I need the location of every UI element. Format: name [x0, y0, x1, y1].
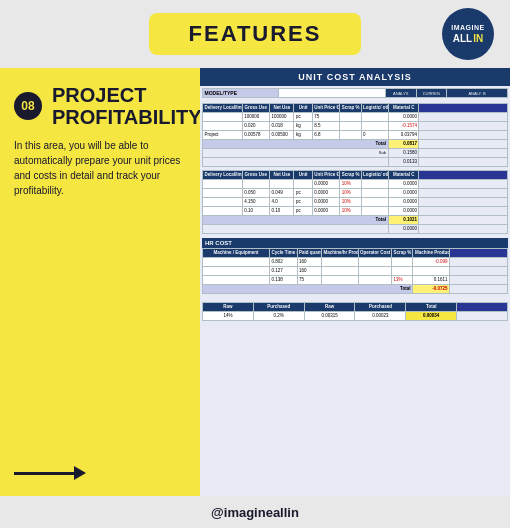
s2-h8: [419, 170, 508, 179]
step-description: In this area, you will be able to automa…: [14, 138, 186, 198]
model-type-table: MODEL/TYPE ANALYS CURREN ANALY. B: [202, 88, 508, 102]
ft-h4: Total: [406, 302, 457, 311]
model-type-input[interactable]: [279, 89, 386, 98]
s2-h2: Net Use: [270, 170, 294, 179]
mc-h1: Cycle Time (m): [270, 248, 297, 257]
spacer2: [202, 234, 508, 236]
logo-all: ALL: [453, 33, 472, 44]
logo: IMAGINE ALL IN: [442, 8, 494, 60]
mc-h6: Machine Producti Cost: [413, 248, 450, 257]
step-number: 08: [14, 92, 42, 120]
table-row: 0.020 0.018 kg 8.5 -0.1574: [203, 121, 508, 130]
s2-h0: Delivery Local/Import: [203, 170, 243, 179]
footer-row: 14% 0.2% 0.00315 0.00023 0.00034: [203, 311, 508, 320]
step-title-line1: PROJECT: [52, 84, 202, 106]
arrow-icon: [14, 466, 86, 480]
s1-h5: Scrap %: [340, 103, 361, 112]
analy-b-label: ANALY. B: [447, 89, 508, 98]
logo-in: IN: [473, 33, 483, 44]
s1-h7: Material C: [388, 103, 419, 112]
s1-h4: Unit Price €: [312, 103, 339, 112]
table-row: 0.0000 10% 0.0000: [203, 179, 508, 188]
mc-h2: Paid quantity: [297, 248, 321, 257]
arrow-head: [74, 466, 86, 480]
footer-handle: @imagineallin: [211, 505, 299, 520]
logo-imagine: IMAGINE: [451, 24, 484, 32]
table-row: 0.127 160: [203, 266, 508, 275]
step-badge: 08 PROJECT PROFITABILITY: [14, 84, 186, 128]
table-row: Project 0.00578 0.00500 kg 6.8 0 0.03794: [203, 130, 508, 139]
summary-row: Total 0.0817: [203, 139, 508, 148]
features-pill: FEATURES: [149, 13, 362, 55]
arrow-line: [14, 472, 74, 475]
s1-h2: Net Use: [270, 103, 294, 112]
s2-h5: Scrap %: [340, 170, 361, 179]
table-row: 0.10 0.10 pc 0.0000 10% 0.0000: [203, 206, 508, 215]
right-panel: UNIT COST ANALYSIS MODEL/TYPE ANALYS CUR…: [200, 68, 510, 496]
s1-h8: [419, 103, 508, 112]
analyst-label: ANALYS: [386, 89, 417, 98]
machine-cost-table: Machine / Equipment Cycle Time (m) Paid …: [202, 248, 508, 294]
hr-cost-header: HR COST: [202, 238, 508, 248]
mc-h0: Machine / Equipment: [203, 248, 270, 257]
ft-h0: Raw: [203, 302, 254, 311]
table-row: 4.150 4.0 pc 0.0000 10% 0.0000: [203, 197, 508, 206]
spreadsheet: UNIT COST ANALYSIS MODEL/TYPE ANALYS CUR…: [200, 68, 510, 496]
step-title-line2: PROFITABILITY: [52, 106, 202, 128]
table-row: 0.050 0.049 pc 0.0000 10% 0.0000: [203, 188, 508, 197]
summary-row: 0.0133: [203, 157, 508, 166]
left-panel: 08 PROJECT PROFITABILITY In this area, y…: [0, 68, 200, 496]
ft-h3: Purchased: [355, 302, 406, 311]
arrow-container: [14, 406, 186, 480]
table-row: 100000 100000 pc 75 0.0000: [203, 112, 508, 121]
s1-h3: Unit: [294, 103, 312, 112]
mc-h3: Machine/hr Production cost €/h: [321, 248, 358, 257]
footer-table: Raw Purchased Raw Purchased Total 14% 0.…: [202, 302, 508, 321]
ft-h5: [457, 302, 508, 311]
ft-h1: Purchased: [253, 302, 304, 311]
s1-h1: Gross Use: [242, 103, 269, 112]
mc-h5: Scrap %: [392, 248, 413, 257]
section2-table: Delivery Local/Import Gross Use Net Use …: [202, 170, 508, 234]
summary-row: 0.0000: [203, 224, 508, 233]
section1-table: Delivery Local/Import Gross Use Net Use …: [202, 103, 508, 167]
main-content: 08 PROJECT PROFITABILITY In this area, y…: [0, 68, 510, 496]
mc-h7: [450, 248, 508, 257]
mc-h4: Operator Cost €/hr: [358, 248, 392, 257]
model-type-label: MODEL/TYPE: [203, 89, 279, 98]
spacer3: [202, 294, 508, 302]
s1-h6: Logistic/ other %: [361, 103, 388, 112]
s2-h1: Gross Use: [242, 170, 269, 179]
footer: @imagineallin: [0, 496, 510, 528]
summary-row: Total 0.1021: [203, 215, 508, 224]
uca-header: UNIT COST ANALYSIS: [200, 68, 510, 86]
features-banner: FEATURES IMAGINE ALL IN: [0, 0, 510, 68]
ss-body: MODEL/TYPE ANALYS CURREN ANALY. B Delive…: [200, 86, 510, 323]
features-title: FEATURES: [189, 21, 322, 47]
current-label: CURREN: [416, 89, 447, 98]
ft-h2: Raw: [304, 302, 355, 311]
s1-h0: Delivery Local/Import: [203, 103, 243, 112]
s2-h4: Unit Price €: [312, 170, 339, 179]
machine-summary-row: Total -0.0725: [203, 284, 508, 293]
s2-h6: Logistic/ other %: [361, 170, 388, 179]
table-row: 0.138 75 13% 0.1611: [203, 275, 508, 284]
s2-h3: Unit: [294, 170, 312, 179]
summary-row: Sub 0.1580: [203, 148, 508, 157]
table-row: 0.802 160 -0.099: [203, 257, 508, 266]
s2-h7: Material C: [388, 170, 419, 179]
